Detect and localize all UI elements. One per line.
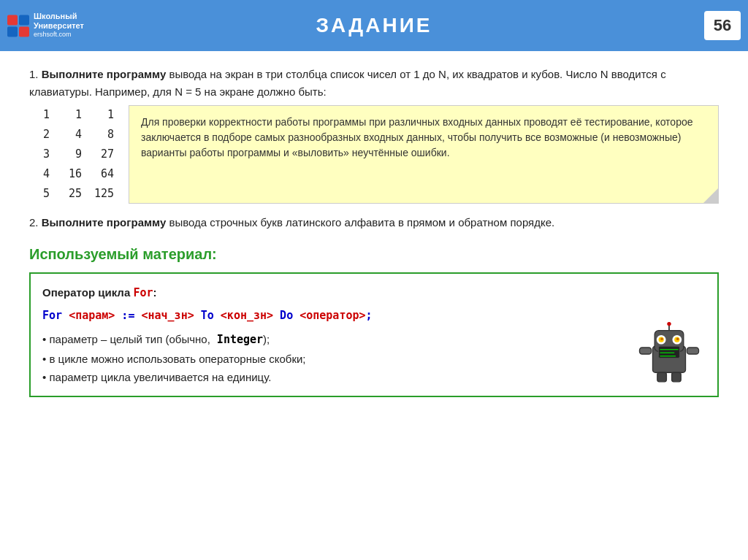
material-box: Оператор цикла For: For <парам> := <нач_… bbox=[29, 272, 719, 397]
svg-point-7 bbox=[676, 337, 679, 340]
svg-rect-16 bbox=[657, 372, 667, 382]
svg-point-6 bbox=[660, 337, 663, 340]
box-title: Оператор цикла For: bbox=[42, 283, 625, 303]
robot-icon bbox=[636, 321, 702, 387]
page-number: 56 bbox=[704, 11, 741, 40]
table-row: 525125 bbox=[29, 184, 114, 204]
task2-text: 2. Выполните программу вывода строчных б… bbox=[29, 214, 719, 231]
task2-label: 2. bbox=[29, 216, 42, 229]
logo-icon bbox=[7, 15, 29, 37]
logo-sq-1 bbox=[7, 15, 18, 25]
table-row: 41664 bbox=[29, 164, 114, 184]
svg-point-13 bbox=[667, 321, 671, 325]
task-2: 2. Выполните программу вывода строчных б… bbox=[29, 214, 719, 231]
robot-area bbox=[633, 283, 706, 387]
logo-sq-3 bbox=[7, 26, 18, 37]
table-row: 248 bbox=[29, 125, 114, 145]
logo: Школьный Университет ershsoft.com bbox=[7, 12, 84, 39]
section-heading: Используемый материал: bbox=[29, 243, 719, 265]
logo-sq-2 bbox=[19, 15, 29, 25]
task1-bold: Выполните программу bbox=[42, 68, 167, 80]
task-1: 1. Выполните программу вывода на экран в… bbox=[29, 66, 719, 204]
numbers-table: 111248392741664525125 bbox=[29, 105, 114, 204]
note-box: Для проверки корректности работы програм… bbox=[129, 105, 719, 204]
svg-rect-14 bbox=[640, 348, 652, 354]
task1-label: 1. bbox=[29, 68, 42, 80]
table-row: 111 bbox=[29, 105, 114, 125]
svg-rect-15 bbox=[687, 348, 698, 354]
task2-bold: Выполните программу bbox=[42, 216, 167, 229]
header: Школьный Университет ershsoft.com ЗАДАНИ… bbox=[0, 0, 748, 51]
logo-sq-4 bbox=[19, 26, 29, 37]
svg-rect-17 bbox=[672, 372, 682, 382]
for-syntax-line: For <парам> := <нач_зн> To <кон_зн> Do <… bbox=[42, 306, 625, 326]
task1-text: 1. Выполните программу вывода на экран в… bbox=[29, 66, 719, 101]
main-content: 1. Выполните программу вывода на экран в… bbox=[0, 51, 748, 412]
task2-rest: вывода строчных букв латинского алфавита… bbox=[166, 216, 554, 229]
page-title: ЗАДАНИЕ bbox=[316, 14, 432, 37]
material-content: Оператор цикла For: For <парам> := <нач_… bbox=[42, 283, 625, 387]
bullet-1: • параметр – целый тип (обычно, Integer)… bbox=[42, 330, 625, 350]
table-row: 3927 bbox=[29, 145, 114, 164]
logo-text: Школьный Университет ershsoft.com bbox=[34, 12, 84, 39]
task1-inner: 111248392741664525125 Для проверки корре… bbox=[29, 105, 719, 204]
bullet-3: • параметр цикла увеличивается на единиц… bbox=[42, 368, 625, 387]
bullet-2: • в цикле можно использовать операторные… bbox=[42, 350, 625, 369]
